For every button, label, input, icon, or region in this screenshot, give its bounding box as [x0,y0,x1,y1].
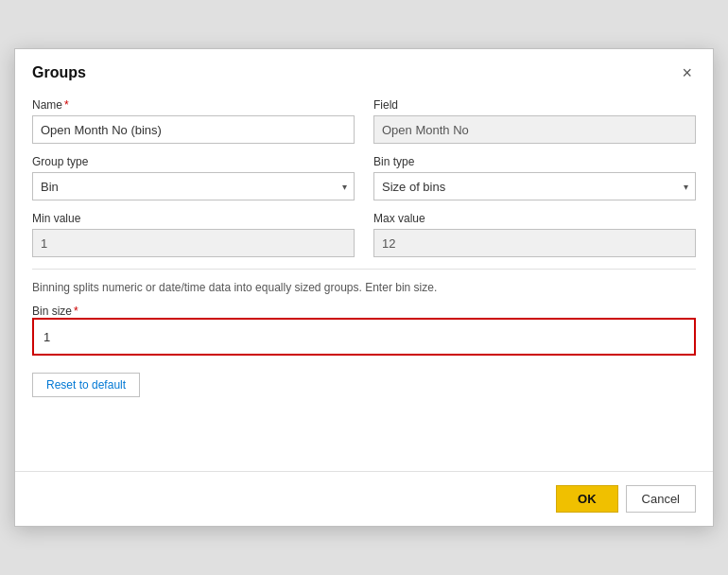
dialog-body: Name* Field Group type Bin List ▾ [15,93,713,414]
field-label: Field [373,98,696,112]
group-type-select-wrapper: Bin List ▾ [32,172,355,200]
max-value-label: Max value [373,212,696,225]
bin-size-section: Bin size* [32,304,696,356]
bin-type-group: Bin type Size of bins Number of bins ▾ [373,155,696,200]
close-button[interactable]: × [678,62,696,83]
name-label: Name* [32,98,355,112]
bin-type-select-wrapper: Size of bins Number of bins ▾ [373,172,696,200]
dialog-title: Groups [32,64,86,81]
groups-dialog: Groups × Name* Field Group type Bi [14,48,714,527]
min-value-input [32,229,355,257]
bin-type-select[interactable]: Size of bins Number of bins [373,172,696,200]
bin-size-input[interactable] [36,322,692,352]
name-required-star: * [64,98,69,112]
min-value-label: Min value [32,212,355,225]
min-max-row: Min value Max value [32,212,696,257]
field-input [373,115,696,144]
min-value-group: Min value [32,212,355,257]
dialog-header: Groups × [15,49,713,93]
divider [32,269,696,270]
name-field-row: Name* Field [32,98,696,144]
group-type-group: Group type Bin List ▾ [32,155,355,200]
cancel-button[interactable]: Cancel [626,485,696,513]
bin-size-required-star: * [74,305,78,318]
field-group: Field [373,98,696,144]
max-value-group: Max value [373,212,696,257]
reset-to-default-button[interactable]: Reset to default [32,373,140,397]
ok-button[interactable]: OK [556,485,618,513]
group-type-select[interactable]: Bin List [32,172,355,200]
group-bin-type-row: Group type Bin List ▾ Bin type Size of b… [32,155,696,200]
group-type-label: Group type [32,155,355,168]
bin-size-label: Bin size* [32,305,78,318]
dialog-footer: OK Cancel [15,471,713,526]
max-value-input [373,229,696,257]
name-group: Name* [32,98,355,144]
bin-type-label: Bin type [373,155,696,168]
bin-size-input-wrapper [32,318,696,356]
description-text: Binning splits numeric or date/time data… [32,281,696,294]
name-input[interactable] [32,115,355,144]
